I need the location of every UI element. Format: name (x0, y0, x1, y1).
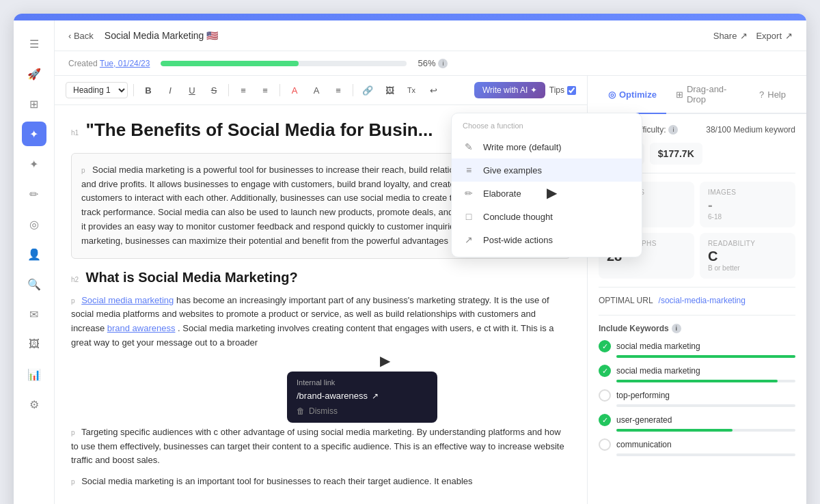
keyword-row-4: ✓ user-generated (599, 414, 795, 426)
ai-dropdown-header: Choose a function (452, 119, 642, 135)
sidebar-icon-target[interactable]: ◎ (22, 212, 46, 236)
sidebar-icon-image[interactable]: 🖼 (22, 332, 46, 356)
sidebar: ☰ 🚀 ⊞ ✦ ✦ ✏ ◎ 👤 🔍 ✉ 🖼 📊 ⚙ (14, 20, 55, 504)
bold-button[interactable]: B (139, 81, 157, 99)
toolbar-divider-4 (353, 84, 353, 96)
p-tag-2: p (71, 297, 75, 305)
keywords-info-icon[interactable]: i (672, 324, 681, 333)
format-button[interactable]: Tx (402, 81, 420, 99)
tab-help[interactable]: ? Help (750, 76, 795, 114)
keyword-text-4: user-generated (616, 415, 672, 425)
para2-highlight: Social media marketing (81, 295, 174, 305)
export-button[interactable]: Export ↗ (756, 31, 793, 41)
tab-drag-drop-label: Drag-and-Drop (687, 84, 740, 104)
keyword-bar-2 (616, 380, 795, 382)
p-tag-3: p (71, 429, 75, 436)
sidebar-icon-menu[interactable]: ☰ (22, 31, 46, 56)
sidebar-icon-grid[interactable]: ⊞ (22, 92, 46, 116)
progress-info-icon[interactable]: i (438, 59, 448, 68)
kd-info-icon[interactable]: i (668, 125, 678, 135)
toolbar-divider-3 (279, 84, 280, 96)
heading-select[interactable]: Heading 1 Heading 2 Heading 3 Paragraph (66, 82, 128, 98)
sidebar-icon-person[interactable]: 👤 (22, 242, 46, 266)
keyword-check-3 (599, 389, 611, 402)
ai-dropdown-write-more[interactable]: ✎ Write more (default) (452, 135, 642, 158)
write-more-label: Write more (default) (483, 142, 562, 152)
divider-2 (599, 287, 795, 288)
help-icon: ? (759, 89, 764, 100)
keyword-item-4: ✓ user-generated (599, 414, 795, 432)
ai-dropdown[interactable]: Choose a function ✎ Write more (default)… (451, 113, 642, 257)
p-tag-4: p (71, 478, 75, 486)
internal-link-url[interactable]: /brand-awareness ↗ (297, 391, 428, 401)
undo-button[interactable]: ↩ (424, 81, 442, 99)
editor-panel: Heading 1 Heading 2 Heading 3 Paragraph … (55, 76, 806, 504)
tab-optimize[interactable]: ◎ Optimize (599, 76, 666, 114)
optimal-url-value: /social-media-marketing (659, 296, 746, 305)
tab-drag-drop[interactable]: ⊞ Drag-and-Drop (666, 76, 750, 114)
italic-button[interactable]: I (161, 81, 179, 99)
keywords-list: ✓ social media marketing ✓ so (599, 340, 795, 456)
tab-optimize-label: Optimize (619, 89, 657, 100)
unordered-list-button[interactable]: ≡ (256, 81, 274, 99)
sidebar-icon-edit[interactable]: ✏ (22, 182, 46, 206)
dismiss-button[interactable]: 🗑 Dismiss (297, 406, 428, 416)
page-title: Social Media Marketing 🇺🇸 (105, 30, 702, 41)
font-color-button[interactable]: A (286, 81, 303, 99)
tab-help-label: Help (767, 89, 786, 100)
progress-bar (161, 61, 407, 66)
para2-section: p Social media marketing has become an i… (71, 294, 571, 350)
para2-after: . Social media marketing involves creati… (178, 323, 481, 333)
elaborate-icon: ✏ (463, 188, 475, 199)
keyword-bar-5 (616, 453, 795, 456)
image-button[interactable]: 🖼 (381, 81, 398, 99)
back-button[interactable]: ‹ Back (68, 31, 94, 41)
underline-button[interactable]: U (183, 81, 201, 99)
editor-heading-2: What is Social Media Marketing? (86, 270, 298, 285)
sidebar-icon-magic[interactable]: ✦ (22, 122, 46, 146)
align-button[interactable]: ≡ (329, 81, 347, 99)
app-container: ☰ 🚀 ⊞ ✦ ✦ ✏ ◎ 👤 🔍 ✉ 🖼 📊 ⚙ ‹ Back Social … (14, 14, 806, 504)
share-icon: ↗ (740, 31, 748, 41)
ai-dropdown-post-wide[interactable]: ↗ Post-wide actions (452, 228, 642, 251)
brand-awareness-link[interactable]: brand awareness (107, 323, 176, 333)
sidebar-icon-star[interactable]: ✦ (22, 152, 46, 176)
sidebar-icon-chart[interactable]: 📊 (22, 362, 46, 387)
sidebar-icon-rocket[interactable]: 🚀 (22, 61, 46, 86)
elaborate-label: Elaborate (483, 188, 521, 199)
p-tag-1: p (81, 167, 85, 174)
ai-dropdown-elaborate[interactable]: ✏ Elaborate (452, 182, 642, 205)
ordered-list-button[interactable]: ≡ (234, 81, 252, 99)
keyword-text-2: social media marketing (616, 366, 700, 376)
sidebar-icon-settings[interactable]: ⚙ (22, 392, 46, 417)
kd-value: 38/100 Medium keyword (706, 125, 795, 135)
ai-dropdown-conclude[interactable]: □ Conclude thought (452, 205, 642, 228)
conclude-label: Conclude thought (483, 212, 553, 222)
sidebar-icon-search[interactable]: 🔍 (22, 272, 46, 296)
ai-dropdown-give-examples[interactable]: ≡ Give examples (452, 158, 642, 182)
keyword-check-1: ✓ (599, 340, 611, 352)
readability-range: B or better (708, 264, 787, 272)
link-button[interactable]: 🔗 (359, 81, 377, 99)
h2-section: h2 What is Social Media Marketing? (71, 270, 571, 285)
keyword-check-4: ✓ (599, 414, 611, 426)
keyword-item-2: ✓ social media marketing (599, 365, 795, 382)
strikethrough-button[interactable]: S (205, 81, 223, 99)
write-ai-button[interactable]: Write with AI ✦ (474, 82, 545, 98)
export-icon: ↗ (785, 31, 793, 41)
give-examples-label: Give examples (483, 165, 542, 176)
external-link-icon[interactable]: ↗ (372, 391, 379, 401)
progress-area: Created Tue, 01/24/23 56% i (55, 51, 806, 76)
readability-label: READABILITY (708, 240, 787, 247)
cpc-box: $177.7K (650, 143, 702, 165)
optimize-icon: ◎ (608, 89, 616, 100)
share-button[interactable]: Share ↗ (713, 31, 748, 41)
created-date[interactable]: Tue, 01/24/23 (100, 59, 150, 68)
sidebar-icon-mail[interactable]: ✉ (22, 302, 46, 326)
font-bg-button[interactable]: A (308, 81, 325, 99)
conclude-icon: □ (463, 211, 475, 222)
internal-link-label: Internal link (297, 378, 428, 387)
tips-checkbox[interactable] (567, 86, 576, 95)
keyword-item-5: communication (599, 438, 795, 456)
keyword-text-3: top-performing (616, 391, 670, 400)
